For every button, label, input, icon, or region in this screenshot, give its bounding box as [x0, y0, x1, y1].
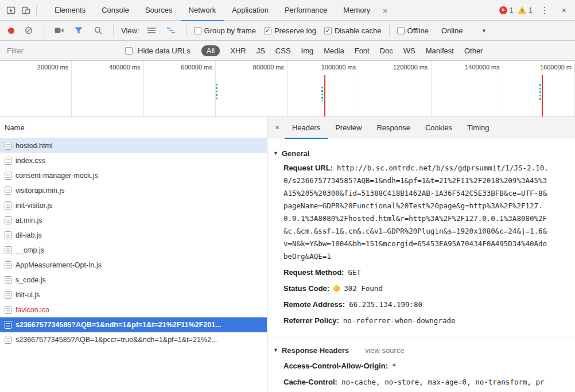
detail-tab-headers[interactable]: Headers — [285, 117, 328, 139]
request-row[interactable]: s_code.js — [0, 273, 267, 288]
general-items: Request URL:http://b.sc.omtrdc.net/b/ss/… — [267, 161, 575, 329]
tab-memory[interactable]: Memory — [335, 0, 378, 21]
checkbox-group-by-frame[interactable] — [194, 27, 201, 34]
header-name: Referrer Policy: — [283, 316, 339, 325]
filter-type-img[interactable]: Img — [301, 45, 314, 56]
checkbox-preserve-log[interactable]: ✓ — [264, 27, 271, 34]
panel-tabs: ElementsConsoleSourcesNetworkApplication… — [46, 0, 378, 20]
tab-console[interactable]: Console — [94, 0, 137, 21]
filter-type-xhr[interactable]: XHR — [230, 45, 246, 56]
request-row[interactable]: favicon.ico — [0, 302, 267, 317]
filter-type-media[interactable]: Media — [324, 45, 344, 56]
request-row[interactable]: s2366757734585?AQB=1&ndh=1&pf=1&t=21%2F1… — [0, 317, 267, 332]
tab-network[interactable]: Network — [181, 0, 224, 21]
record-button[interactable] — [8, 28, 14, 34]
toolbar-divider — [186, 25, 187, 36]
filter-type-all[interactable]: All — [201, 45, 220, 56]
name-column-header[interactable]: Name — [0, 117, 267, 138]
filter-type-css[interactable]: CSS — [275, 45, 291, 56]
request-name: s_code.js — [15, 276, 46, 284]
request-row[interactable]: init-visitor.js — [0, 198, 267, 213]
detail-tab-response[interactable]: Response — [369, 117, 418, 139]
request-row[interactable]: index.css — [0, 153, 267, 168]
checkbox-offline[interactable] — [397, 27, 405, 34]
error-badge[interactable]: × 1 — [499, 6, 514, 14]
network-overview-timeline[interactable]: 200000 ms400000 ms600000 ms800000 ms1000… — [0, 61, 575, 117]
timeline-column: 1000000 ms — [288, 61, 359, 117]
list-view-icon[interactable] — [144, 23, 159, 38]
close-details-icon[interactable]: × — [270, 123, 285, 132]
header-name: Cache-Control: — [283, 378, 337, 386]
request-row[interactable]: init-ui.js — [0, 288, 267, 302]
checkbox-disable-cache[interactable]: ✓ — [324, 27, 332, 34]
toolbar-option-offline[interactable]: Offline — [397, 26, 429, 35]
request-row[interactable]: hosted.html — [0, 138, 267, 153]
request-row[interactable]: dil-iab.js — [0, 228, 267, 243]
timeline-tick-label: 400000 ms — [109, 64, 140, 71]
detail-tab-timing[interactable]: Timing — [460, 117, 497, 139]
response-headers-section-header[interactable]: ▼ Response Headers view source — [267, 342, 575, 358]
network-filter-bar: Hide data URLs AllXHRJSCSSImgMediaFontDo… — [0, 41, 575, 61]
request-row[interactable]: visitorapi.min.js — [0, 183, 267, 198]
tab-sources[interactable]: Sources — [137, 0, 181, 21]
status-dot-icon — [333, 285, 340, 292]
file-icon — [5, 306, 11, 314]
option-label: Offline — [407, 26, 429, 35]
filter-type-ws[interactable]: WS — [403, 45, 415, 56]
request-row[interactable]: at.min.js — [0, 213, 267, 228]
filter-type-manifest[interactable]: Manifest — [426, 45, 454, 56]
filter-input[interactable] — [6, 46, 120, 56]
filter-icon[interactable] — [71, 23, 86, 38]
toolbar-option-preserve-log[interactable]: ✓Preserve log — [264, 26, 316, 35]
filter-type-doc[interactable]: Doc — [380, 45, 393, 56]
network-main-area: Name hosted.htmlindex.cssconsent-manager… — [0, 117, 575, 392]
toolbar-divider — [44, 25, 44, 36]
detail-tab-preview[interactable]: Preview — [328, 117, 369, 139]
tab-elements[interactable]: Elements — [46, 0, 94, 21]
waterfall-view-icon[interactable] — [164, 23, 178, 38]
request-name: hosted.html — [15, 142, 53, 150]
warning-badge[interactable]: ! 1 — [518, 6, 533, 14]
hide-data-urls-checkbox[interactable] — [125, 47, 133, 55]
request-row[interactable]: AppMeasurement-Opt-In.js — [0, 258, 267, 273]
more-panels-icon[interactable]: » — [378, 6, 392, 15]
toolbar-option-group-by-frame[interactable]: Group by frame — [194, 26, 256, 35]
toolbar-option-disable-cache[interactable]: ✓Disable cache — [324, 26, 382, 35]
throttling-select[interactable]: Online ▾ — [441, 26, 485, 35]
request-row[interactable]: __cmp.js — [0, 243, 267, 258]
network-activity-marks — [321, 87, 323, 101]
header-line: Cache-Control:no-cache, no-store, max-ag… — [267, 374, 575, 390]
detail-tab-cookies[interactable]: Cookies — [418, 117, 460, 139]
option-label: Group by frame — [204, 26, 256, 35]
tab-application[interactable]: Application — [224, 0, 277, 21]
filter-type-other[interactable]: Other — [464, 45, 483, 56]
inspect-element-icon[interactable] — [3, 3, 18, 18]
timeline-column: 400000 ms — [72, 61, 143, 117]
close-devtools-icon[interactable]: × — [557, 3, 572, 18]
request-row[interactable]: consent-manager-mock.js — [0, 168, 267, 183]
file-icon — [5, 201, 11, 209]
header-line: Referrer Policy:no-referrer-when-downgra… — [267, 313, 575, 329]
request-name: index.css — [15, 157, 45, 165]
request-row[interactable]: s2366757734585?AQB=1&pccr=true&&ndh=1&pf… — [0, 332, 267, 347]
header-value: 66.235.134.199:80 — [349, 300, 422, 309]
filter-type-js[interactable]: JS — [257, 45, 265, 56]
device-toolbar-icon[interactable] — [18, 3, 33, 18]
search-icon[interactable] — [91, 23, 106, 38]
screenshot-capture-icon[interactable] — [52, 23, 67, 38]
hide-data-urls-label[interactable]: Hide data URLs — [138, 46, 191, 55]
timeline-tick-label: 1200000 ms — [393, 64, 428, 71]
filter-type-font[interactable]: Font — [355, 45, 370, 56]
request-name: s2366757734585?AQB=1&pccr=true&&ndh=1&pf… — [15, 336, 217, 344]
view-source-link[interactable]: view source — [365, 346, 405, 355]
detail-tabs: HeadersPreviewResponseCookiesTiming — [285, 117, 496, 138]
tab-performance[interactable]: Performance — [277, 0, 335, 21]
collapse-caret-icon: ▼ — [273, 150, 278, 156]
overflow-menu-icon[interactable]: ⋮ — [537, 3, 552, 18]
header-line: Status Code:302 Found — [267, 281, 575, 297]
header-name: Request URL: — [283, 164, 333, 172]
clear-icon[interactable] — [21, 23, 36, 38]
general-section-header[interactable]: ▼ General — [267, 145, 575, 161]
toolbar-divider — [113, 25, 114, 36]
request-name: AppMeasurement-Opt-In.js — [15, 261, 102, 269]
